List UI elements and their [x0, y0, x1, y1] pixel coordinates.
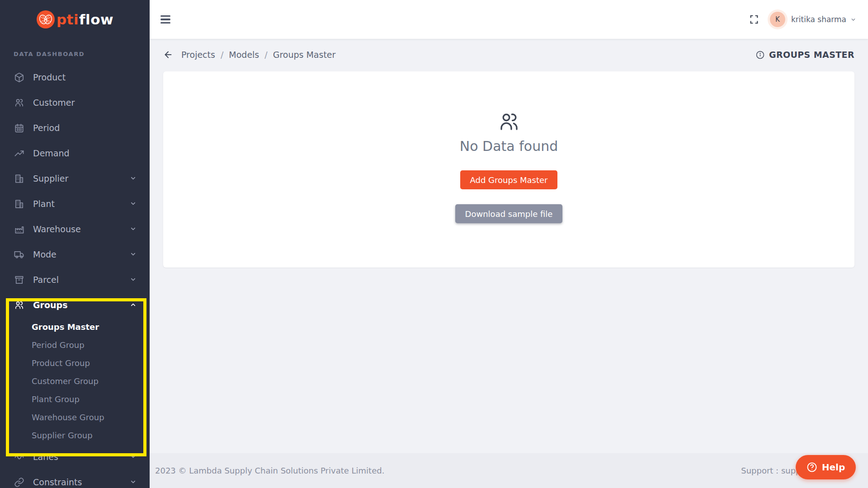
chevron-down-icon — [130, 200, 137, 207]
breadcrumb: Projects/Models/Groups Master — [163, 50, 335, 60]
sidebar-item-mode[interactable]: Mode — [0, 242, 150, 267]
logo-text-flow: flow — [79, 11, 113, 28]
copyright-text: 2023 © Lambda Supply Chain Solutions Pri… — [155, 466, 384, 475]
breadcrumb-item-models[interactable]: Models — [229, 50, 259, 60]
sidebar-item-label: Constraints — [33, 477, 130, 487]
users-icon — [14, 97, 24, 108]
sidebar-subitem-supplier-group[interactable]: Supplier Group — [0, 426, 150, 444]
group-icon — [14, 300, 24, 310]
sidebar-item-label: Customer — [33, 98, 137, 108]
sidebar-item-parcel[interactable]: Parcel — [0, 267, 150, 292]
content-area: Projects/Models/Groups Master GROUPS MAS… — [150, 39, 868, 453]
sidebar-item-label: Plant — [33, 199, 130, 209]
building-icon — [14, 198, 24, 209]
chevron-down-icon — [130, 276, 137, 283]
page-title: GROUPS MASTER — [769, 50, 854, 60]
user-name: kritika sharma — [791, 15, 846, 24]
chevron-down-icon — [130, 225, 137, 233]
menu-toggle-icon[interactable] — [160, 15, 170, 23]
sidebar-subitem-product-group[interactable]: Product Group — [0, 354, 150, 372]
chevron-down-icon — [130, 175, 137, 182]
parcel-icon — [14, 274, 24, 285]
sidebar-item-label: Supplier — [33, 174, 130, 183]
breadcrumb-item-projects[interactable]: Projects — [181, 50, 215, 60]
sidebar-item-label: Demand — [33, 148, 137, 158]
sidebar-item-customer[interactable]: Customer — [0, 90, 150, 115]
user-menu[interactable]: K kritika sharma — [770, 12, 856, 27]
back-arrow-icon[interactable] — [163, 50, 173, 60]
route-icon — [14, 451, 24, 462]
sidebar-item-label: Warehouse — [33, 224, 130, 234]
sidebar-item-product[interactable]: Product — [0, 65, 150, 90]
chevron-down-icon — [850, 17, 856, 23]
main-column: K kritika sharma Projects/Models/Groups … — [150, 0, 868, 488]
sidebar-item-label: Lanes — [33, 452, 130, 462]
chevron-down-icon — [130, 251, 137, 258]
help-circle-icon — [807, 462, 817, 473]
trending-up-icon — [14, 148, 24, 159]
sidebar-item-demand[interactable]: Demand — [0, 141, 150, 166]
truck-icon — [14, 249, 24, 260]
sidebar-subitem-plant-group[interactable]: Plant Group — [0, 390, 150, 408]
sidebar-item-groups[interactable]: Groups — [0, 292, 150, 318]
sidebar-item-lanes[interactable]: Lanes — [0, 444, 150, 469]
chevron-down-icon — [130, 453, 137, 460]
factory-icon — [14, 224, 24, 235]
sidebar-item-label: Product — [33, 72, 137, 82]
chevron-down-icon — [130, 479, 137, 486]
sidebar-item-plant[interactable]: Plant — [0, 191, 150, 216]
link-icon — [14, 477, 24, 488]
group-icon — [498, 111, 520, 133]
page-title-wrap: GROUPS MASTER — [756, 50, 854, 60]
sidebar: ptiflow DATA DASHBOARD ProductCustomerPe… — [0, 0, 150, 488]
empty-state-title: No Data found — [460, 138, 558, 154]
breadcrumb-separator: / — [264, 50, 267, 60]
sidebar-item-label: Mode — [33, 249, 130, 259]
sidebar-item-label: Period — [33, 123, 137, 133]
add-groups-master-button[interactable]: Add Groups Master — [460, 170, 558, 189]
breadcrumb-separator: / — [221, 50, 223, 60]
info-icon[interactable] — [756, 51, 764, 59]
sidebar-item-period[interactable]: Period — [0, 115, 150, 141]
fullscreen-icon[interactable] — [749, 14, 759, 24]
help-button[interactable]: Help — [796, 455, 856, 479]
logo-text-opti: pti — [57, 11, 79, 28]
package-icon — [14, 72, 24, 83]
sidebar-item-warehouse[interactable]: Warehouse — [0, 216, 150, 242]
sidebar-item-label: Groups — [33, 300, 130, 310]
calendar-icon — [14, 122, 24, 133]
optiflow-logo[interactable]: ptiflow — [36, 10, 113, 29]
sidebar-item-supplier[interactable]: Supplier — [0, 166, 150, 191]
building-icon — [14, 173, 24, 184]
help-label: Help — [822, 462, 845, 473]
topbar: K kritika sharma — [150, 0, 868, 39]
sidebar-nav: ProductCustomerPeriodDemandSupplierPlant… — [0, 57, 150, 488]
sidebar-subitem-period-group[interactable]: Period Group — [0, 336, 150, 354]
sidebar-subitem-groups-master[interactable]: Groups Master — [0, 318, 150, 336]
breadcrumb-item-groups-master[interactable]: Groups Master — [273, 50, 336, 60]
chevron-up-icon — [130, 301, 137, 309]
sidebar-subitem-customer-group[interactable]: Customer Group — [0, 372, 150, 390]
sidebar-item-constraints[interactable]: Constraints — [0, 469, 150, 488]
sidebar-item-label: Parcel — [33, 275, 130, 285]
optiflow-logo-icon — [36, 10, 55, 29]
sidebar-section-label: DATA DASHBOARD — [0, 51, 150, 57]
avatar[interactable]: K — [770, 12, 785, 27]
sidebar-subitem-warehouse-group[interactable]: Warehouse Group — [0, 408, 150, 426]
download-sample-file-button[interactable]: Download sample file — [455, 204, 563, 223]
empty-state-card: No Data found Add Groups Master Download… — [163, 71, 854, 267]
logo-area: ptiflow — [0, 0, 150, 39]
footer: 2023 © Lambda Supply Chain Solutions Pri… — [150, 453, 868, 488]
